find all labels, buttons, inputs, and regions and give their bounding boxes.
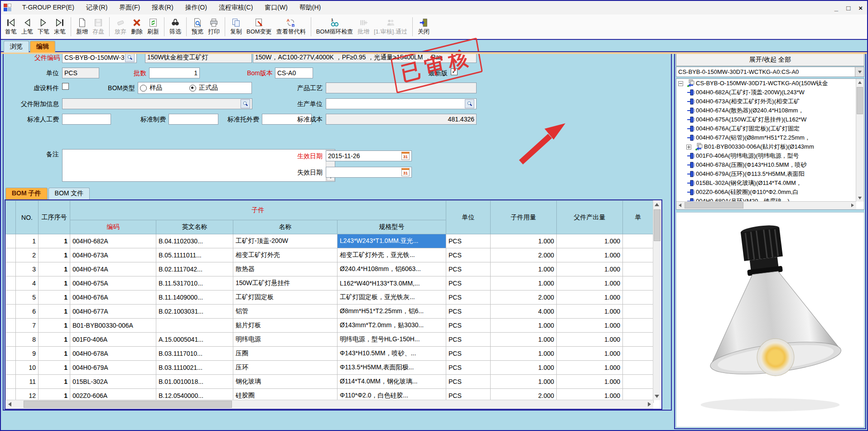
expand-icon[interactable] [686, 145, 691, 150]
table-cell-unit[interactable]: PCS [446, 234, 491, 248]
table-cell-name[interactable]: 相变工矿灯外壳 [233, 248, 338, 262]
vscroll-up-icon[interactable] [653, 201, 661, 208]
menu-item[interactable]: 帮助(H) [294, 1, 327, 14]
tree-item[interactable]: 001F0-406A(明纬电源)(明纬电源，型号 [676, 151, 856, 160]
table-cell-seq[interactable]: 1 [39, 319, 70, 333]
table-cell-code[interactable]: 004H0-676A [70, 291, 156, 305]
table-row[interactable]: 21004H0-673AB.05.1111011...相变工矿灯外壳相变工矿灯外… [6, 248, 654, 262]
table-cell-out[interactable]: 1.000 [557, 305, 623, 319]
table-cell-qty[interactable]: 1.000 [491, 262, 557, 276]
production-unit-field[interactable] [326, 98, 477, 109]
table-cell-name[interactable]: 工矿灯-顶盖-200W [233, 234, 338, 248]
bom-table-hscrollbar[interactable] [5, 400, 653, 409]
table-cell-spec[interactable]: Ø8mm*H51*T2.25mm，铝6... [338, 305, 446, 319]
table-cell-out[interactable]: 1.000 [557, 248, 623, 262]
table-cell-seq[interactable]: 1 [39, 305, 70, 319]
table-cell-spec[interactable]: Ø114*T4.0MM，钢化玻璃... [338, 375, 446, 389]
toolbar-button-batch-add-icon[interactable]: 批增 [355, 17, 371, 36]
view-tab-active[interactable]: 编辑 [30, 41, 55, 53]
toolbar-button-bom-loop-check-icon[interactable]: 1BOM循环检查 [314, 17, 356, 36]
table-cell-code[interactable]: 004H0-674A [70, 262, 156, 276]
tree-item[interactable]: 004H0-673A(相变工矿灯外壳)(相变工矿 [676, 97, 856, 106]
production-unit-lookup-button[interactable] [465, 99, 474, 108]
table-row[interactable]: 51004H0-676AB.11.1409000...工矿灯固定板工矿灯固定板，… [6, 291, 654, 305]
std-labor-field[interactable] [62, 114, 111, 125]
table-cell-unit[interactable]: PCS [446, 333, 491, 347]
toolbar-button-close-form-icon[interactable]: 关闭 [415, 17, 432, 36]
table-cell-name[interactable]: 散热器 [233, 262, 338, 276]
table-cell-unit[interactable]: PCS [446, 262, 491, 276]
table-cell-qty[interactable]: 1.000 [491, 375, 557, 389]
table-cell-spec[interactable]: Φ143*H10.5MM，喷砂、... [338, 347, 446, 361]
table-row[interactable]: 41004H0-675AB.11.5317010...150W工矿灯悬挂件L16… [6, 276, 654, 291]
table-cell-last[interactable] [623, 291, 654, 305]
table-cell-last[interactable] [623, 347, 654, 361]
table-cell-no[interactable]: 2 [16, 248, 39, 262]
tree-item[interactable]: 004H0-674A(散热器)(Ø240.4*H108mm， [676, 106, 856, 115]
table-cell-qty[interactable]: 2.000 [491, 291, 557, 305]
toolbar-button-audit-pass-icon[interactable]: [1.审核].通过 [371, 17, 410, 36]
table-cell-sel[interactable] [6, 319, 16, 333]
tree-scroll-up-icon[interactable] [856, 79, 863, 86]
tree-item[interactable]: 002Z0-606A(硅胶圈)(Φ110*Φ2.0mm,白 [676, 188, 856, 197]
hscroll-right-icon[interactable] [646, 401, 653, 408]
table-cell-last[interactable] [623, 262, 654, 276]
table-cell-unit[interactable]: PCS [446, 361, 491, 375]
table-cell-last[interactable] [623, 375, 654, 389]
table-cell-qty[interactable]: 1.000 [491, 333, 557, 347]
table-cell-seq[interactable]: 1 [39, 234, 70, 248]
table-cell-no[interactable]: 1 [16, 234, 39, 248]
bom-tab-active[interactable]: BOM 子件 [5, 188, 48, 199]
toolbar-button-prev-record-icon[interactable]: 上笔 [19, 17, 35, 36]
table-cell-sel[interactable] [6, 361, 16, 375]
expire-date-calendar-icon[interactable]: 31 [401, 168, 410, 176]
table-cell-code[interactable]: 004H0-673A [70, 248, 156, 262]
tree-item[interactable]: B01-BYB00330-006A(贴片灯板)(Ø143mm [676, 142, 856, 151]
hscroll-left-icon[interactable] [6, 401, 13, 408]
table-cell-out[interactable]: 1.000 [557, 319, 623, 333]
table-cell-code[interactable]: 004H0-678A [70, 347, 156, 361]
menu-item[interactable]: 界面(F) [113, 1, 146, 14]
tree-scroll-right-icon[interactable] [849, 202, 856, 209]
table-cell-sel[interactable] [6, 347, 16, 361]
table-cell-en[interactable]: B.02.1117042... [156, 262, 233, 276]
table-cell-sel[interactable] [6, 375, 16, 389]
table-cell-out[interactable]: 1.000 [557, 276, 623, 291]
toolbar-button-last-record-icon[interactable]: 末笔 [52, 17, 68, 36]
table-cell-code[interactable]: B01-BYB00330-006A [70, 319, 156, 333]
phantom-checkbox[interactable] [62, 83, 69, 90]
expand-collapse-all-button[interactable]: 展开/收起 全部 [676, 53, 864, 66]
table-cell-sel[interactable] [6, 276, 16, 291]
table-cell-spec[interactable]: Ø240.4*H108mm，铝6063... [338, 262, 446, 276]
table-cell-no[interactable]: 5 [16, 291, 39, 305]
collapse-icon[interactable] [678, 81, 683, 86]
table-cell-last[interactable] [623, 333, 654, 347]
tree-item[interactable]: CS-BYB-O-150MW-30D71-WCTKG-A0(150W钛金 [676, 79, 856, 88]
menu-item[interactable]: 流程审核(C) [213, 1, 259, 14]
tree-scroll-left-icon[interactable] [676, 202, 684, 209]
table-cell-no[interactable]: 10 [16, 361, 39, 375]
batch-field[interactable]: 1 [149, 68, 200, 78]
table-cell-no[interactable]: 11 [16, 375, 39, 389]
tree-item[interactable]: 004H0-682A(工矿灯-顶盖-200W)(L243*W [676, 88, 856, 97]
table-cell-sel[interactable] [6, 248, 16, 262]
std-mfg-field[interactable] [169, 114, 218, 125]
table-cell-qty[interactable]: 4.000 [491, 305, 557, 319]
close-button[interactable]: × [858, 4, 863, 12]
dropdown-arrow-icon[interactable] [855, 67, 864, 77]
table-cell-name[interactable]: 压圈 [233, 347, 338, 361]
table-cell-seq[interactable]: 1 [39, 375, 70, 389]
table-cell-no[interactable]: 8 [16, 333, 39, 347]
toolbar-button-discard-icon[interactable]: 放弃 [112, 17, 129, 36]
table-cell-qty[interactable]: 1.000 [491, 347, 557, 361]
table-cell-name[interactable]: 明纬电源 [233, 333, 338, 347]
table-cell-no[interactable]: 9 [16, 347, 39, 361]
table-cell-name[interactable]: 压环 [233, 361, 338, 375]
bom-tab-inactive[interactable]: BOM 文件 [48, 188, 90, 199]
menu-item[interactable]: 操作(O) [179, 1, 213, 14]
table-cell-sel[interactable] [6, 305, 16, 319]
table-cell-seq[interactable]: 1 [39, 262, 70, 276]
table-row[interactable]: 91004H0-678AB.03.1117010...压圈Φ143*H10.5M… [6, 347, 654, 361]
table-cell-name[interactable]: 贴片灯板 [233, 319, 338, 333]
table-cell-code[interactable]: 004H0-682A [70, 234, 156, 248]
